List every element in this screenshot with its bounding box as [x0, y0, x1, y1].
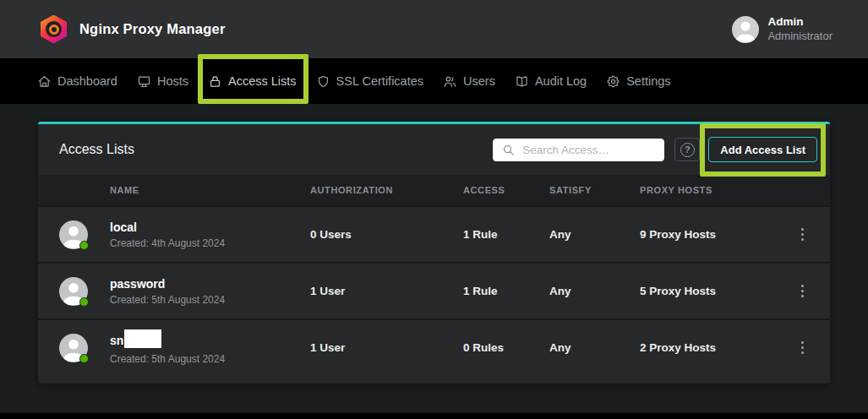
- row-menu-kebab-icon[interactable]: [796, 338, 810, 358]
- nav-item-ssl-certificates[interactable]: SSL Certificates: [316, 74, 423, 89]
- access-cell: 0 Rules: [463, 341, 549, 354]
- panel-header: Access Lists ? Add Access List: [38, 124, 830, 175]
- lock-icon: [208, 74, 222, 89]
- access-cell: 1 Rule: [463, 228, 549, 241]
- gear-icon: [606, 74, 620, 89]
- access-list-name: password: [110, 277, 165, 291]
- column-header-proxy-hosts: PROXY HOSTS: [640, 185, 775, 195]
- satisfy-cell: Any: [549, 228, 640, 241]
- created-date: Created: 4th August 2024: [110, 237, 310, 249]
- app-title: Nginx Proxy Manager: [79, 21, 226, 37]
- access-list-name: local: [110, 220, 137, 234]
- status-online-dot: [79, 354, 89, 363]
- book-icon: [515, 74, 529, 89]
- created-date: Created: 5th August 2024: [110, 353, 310, 365]
- panel-title: Access Lists: [59, 142, 134, 157]
- help-button[interactable]: ?: [674, 138, 700, 161]
- shield-icon: [316, 74, 330, 89]
- access-lists-panel: Access Lists ? Add Access List NAM: [38, 122, 830, 384]
- search-input[interactable]: [522, 144, 657, 156]
- table-header: NAME AUTHORIZATION ACCESS SATISFY PROXY …: [38, 175, 830, 205]
- app-logo-icon: [41, 15, 67, 44]
- search-box: [493, 139, 664, 161]
- user-avatar: [732, 16, 759, 43]
- nav-item-hosts[interactable]: Hosts: [137, 74, 188, 89]
- nav-item-access-lists[interactable]: Access Lists: [208, 74, 297, 89]
- access-cell: 1 Rule: [463, 285, 549, 297]
- redaction-box: [124, 329, 161, 348]
- column-header-name: NAME: [110, 185, 310, 195]
- table-row[interactable]: password Created: 5th August 2024 1 User…: [38, 262, 830, 318]
- column-header-access: ACCESS: [463, 185, 549, 195]
- nav-item-users[interactable]: Users: [443, 74, 495, 89]
- proxy-hosts-cell: 5 Proxy Hosts: [640, 285, 775, 297]
- authorization-cell: 1 User: [310, 285, 463, 297]
- question-mark-icon: ?: [680, 143, 695, 157]
- created-date: Created: 5th August 2024: [110, 294, 310, 306]
- user-menu[interactable]: Admin Administrator: [732, 15, 833, 43]
- authorization-cell: 1 User: [310, 341, 463, 354]
- proxy-hosts-cell: 9 Proxy Hosts: [640, 228, 775, 241]
- table-row[interactable]: local Created: 4th August 2024 0 Users 1…: [38, 205, 830, 262]
- user-name: Admin: [767, 15, 833, 30]
- proxy-hosts-cell: 2 Proxy Hosts: [640, 341, 775, 354]
- column-header-authorization: AUTHORIZATION: [310, 185, 463, 195]
- nginx-proxy-manager-app: { "header": { "app_title": "Nginx Proxy …: [0, 0, 868, 419]
- person-icon: [732, 16, 759, 43]
- table-row[interactable]: sn Created: 5th August 2024 1 User 0 Rul…: [38, 318, 830, 375]
- access-list-name: sn: [110, 334, 123, 347]
- status-online-dot: [79, 241, 89, 250]
- nav-item-audit-log[interactable]: Audit Log: [515, 74, 587, 89]
- add-access-list-button[interactable]: Add Access List: [708, 137, 817, 162]
- satisfy-cell: Any: [549, 285, 640, 297]
- bottom-edge: [0, 413, 868, 419]
- row-menu-kebab-icon[interactable]: [796, 281, 810, 302]
- authorization-cell: 0 Users: [310, 228, 463, 241]
- status-online-dot: [79, 297, 89, 307]
- nav-item-dashboard[interactable]: Dashboard: [37, 74, 117, 89]
- monitor-icon: [137, 74, 151, 89]
- row-menu-kebab-icon[interactable]: [796, 225, 810, 245]
- nav-item-settings[interactable]: Settings: [606, 74, 670, 89]
- search-icon: [502, 144, 515, 156]
- app-header: Nginx Proxy Manager Admin Administrator: [0, 0, 868, 58]
- column-header-satisfy: SATISFY: [549, 185, 640, 195]
- satisfy-cell: Any: [549, 341, 640, 354]
- annotation-box-add-button: [700, 123, 826, 177]
- main-nav: Dashboard Hosts Access Lists SSL Certifi…: [0, 58, 868, 104]
- home-icon: [37, 74, 52, 89]
- users-icon: [443, 74, 457, 89]
- user-role: Administrator: [767, 30, 833, 43]
